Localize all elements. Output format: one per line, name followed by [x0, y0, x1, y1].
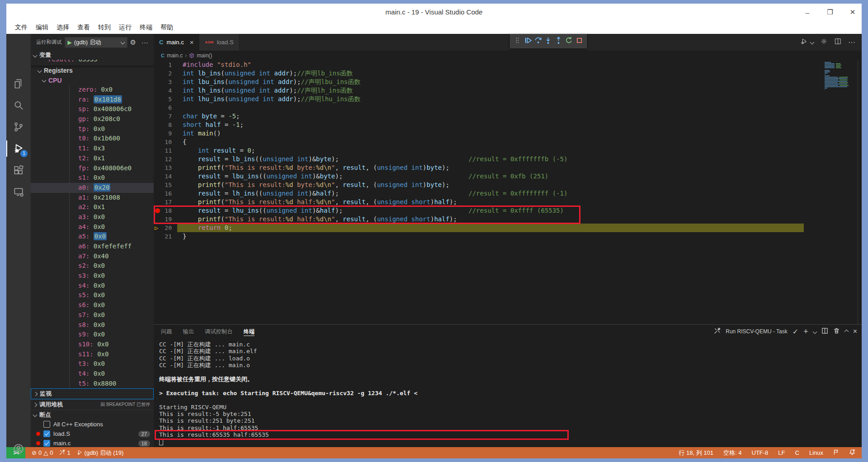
register-row-s9[interactable]: s9: 0x0	[31, 330, 154, 340]
code-line-3[interactable]: 3int lbu_ins(unsigned int addr);//声明lbu_…	[154, 78, 862, 86]
register-row-t1[interactable]: t1: 0x3	[31, 144, 154, 154]
stop-icon[interactable]	[575, 36, 584, 47]
breadcrumb[interactable]: C main.c › main()	[154, 51, 862, 61]
close-panel-icon[interactable]: ×	[853, 327, 857, 336]
breadcrumb-symbol[interactable]: main()	[197, 52, 212, 59]
menu-item-编辑[interactable]: 编辑	[32, 21, 52, 34]
register-row-s5[interactable]: s5: 0x0	[31, 290, 154, 300]
register-row-s2[interactable]: s2: 0x0	[31, 261, 154, 271]
breakpoint-item-main.c[interactable]: main.c18	[31, 439, 154, 447]
panel-tab-终端[interactable]: 终端	[244, 325, 255, 338]
close-icon[interactable]: ✕	[848, 8, 857, 16]
code-line-21[interactable]: 21}	[154, 232, 862, 241]
drag-handle-icon[interactable]	[513, 36, 522, 47]
start-debug-icon[interactable]: ▶	[68, 39, 72, 46]
code-line-4[interactable]: 4int lh_ins(unsigned int addr);//声明lh_in…	[154, 86, 862, 95]
maximize-panel-icon[interactable]	[844, 329, 849, 334]
chevron-down-icon[interactable]	[812, 329, 817, 334]
split-editor-icon[interactable]	[834, 37, 842, 47]
settings-icon[interactable]	[820, 37, 828, 47]
step-into-icon[interactable]	[544, 36, 552, 47]
terminal-instance-label[interactable]: Run RISCV-QEMU - Task	[726, 328, 787, 335]
restart-icon[interactable]	[565, 36, 573, 47]
step-over-icon[interactable]	[534, 36, 542, 47]
callstack-section-header[interactable]: 调用堆栈 因 BREAKPOINT 已暂停	[31, 399, 154, 410]
register-row-a2[interactable]: a2: 0x1	[31, 202, 154, 212]
search-icon[interactable]	[6, 94, 31, 116]
register-row-a6[interactable]: a6: 0xfefefeff	[31, 242, 154, 252]
register-row-a5[interactable]: a5: 0x0	[31, 232, 154, 242]
code-line-14[interactable]: 14 result = lbu_ins((unsigned int)&byte)…	[154, 172, 862, 181]
watch-section-header[interactable]: 监视	[31, 388, 154, 399]
tab-main.c[interactable]: Cmain.c×	[154, 34, 199, 51]
register-row-ra[interactable]: ra: 0x101d8	[31, 95, 154, 105]
cpu-group[interactable]: CPU	[31, 75, 154, 85]
register-row-a3[interactable]: a3: 0x0	[31, 212, 154, 222]
register-row-a1[interactable]: a1: 0x21008	[31, 193, 154, 203]
remote-explorer-icon[interactable]	[6, 181, 31, 203]
feedback-icon[interactable]	[833, 449, 839, 457]
minimap[interactable]	[825, 62, 857, 90]
register-row-a4[interactable]: a4: 0x0	[31, 222, 154, 232]
new-terminal-icon[interactable]: +	[803, 327, 808, 336]
kill-terminal-icon[interactable]	[833, 327, 840, 336]
menu-item-帮助[interactable]: 帮助	[156, 21, 177, 34]
code-line-1[interactable]: 1#include "stdio.h"	[154, 61, 862, 69]
register-row-t0[interactable]: t0: 0x1b600	[31, 134, 154, 144]
menu-item-文件[interactable]: 文件	[11, 21, 32, 34]
more-actions-icon[interactable]: ···	[848, 38, 855, 47]
menu-item-选择[interactable]: 选择	[52, 21, 73, 34]
register-row-t2[interactable]: t2: 0x1	[31, 154, 154, 163]
register-row-sp[interactable]: sp: 0x408006c0	[31, 104, 154, 114]
breakpoint-item-load.S[interactable]: load.S27	[31, 429, 154, 439]
register-row-tp[interactable]: tp: 0x0	[31, 124, 154, 134]
status-item-空格: 4[interactable]: 空格: 4	[723, 449, 741, 457]
menu-item-转到[interactable]: 转到	[94, 21, 115, 34]
code-line-8[interactable]: 8short half = -1;	[154, 121, 862, 129]
code-line-12[interactable]: 12 result = lb_ins((unsigned int)&byte);…	[154, 155, 862, 163]
register-row-s8[interactable]: s8: 0x0	[31, 320, 154, 330]
code-line-16[interactable]: 16 result = lh_ins((unsigned int)&half);…	[154, 189, 862, 198]
menu-item-终端[interactable]: 终端	[136, 21, 156, 34]
code-line-13[interactable]: 13 printf("This is result:%d byte:%d\n",…	[154, 163, 862, 172]
chevron-down-icon[interactable]	[810, 40, 815, 45]
code-line-20[interactable]: ▷20 return 0;	[154, 224, 862, 232]
explorer-icon[interactable]	[6, 73, 31, 94]
code-line-15[interactable]: 15 printf("This is result:%d byte:%d\n",…	[154, 181, 862, 189]
debug-session-status[interactable]: (gdb) 启动 (19)	[77, 449, 124, 457]
launch-config-dropdown[interactable]: ▶ (gdb) 启动	[65, 37, 127, 48]
variable-row-clipped[interactable]: result: 65535	[31, 60, 154, 65]
code-line-5[interactable]: 5int lhu_ins(unsigned int addr);//声明lhu_…	[154, 95, 862, 103]
split-terminal-icon[interactable]	[821, 327, 828, 336]
variables-section-header[interactable]: 变量	[31, 51, 154, 60]
register-row-s11[interactable]: s11: 0x0	[31, 350, 154, 359]
code-line-9[interactable]: 9int main()	[154, 129, 862, 138]
breakpoint-item-All C++ Exceptions[interactable]: All C++ Exceptions	[31, 420, 154, 429]
code-editor[interactable]: 1#include "stdio.h"2int lb_ins(unsigned …	[154, 61, 862, 324]
register-row-a7[interactable]: a7: 0x40	[31, 252, 154, 261]
code-line-10[interactable]: 10{	[154, 138, 862, 146]
register-row-zero[interactable]: zero: 0x0	[31, 85, 154, 95]
register-row-fp[interactable]: fp: 0x408006e0	[31, 163, 154, 173]
register-row-t3[interactable]: t3: 0x0	[31, 359, 154, 369]
breakpoints-section-header[interactable]: 断点	[31, 410, 154, 420]
more-actions-icon[interactable]: ···	[139, 38, 151, 46]
minimize-icon[interactable]: –	[803, 9, 812, 16]
run-debug-file-icon[interactable]	[800, 37, 808, 47]
register-row-s6[interactable]: s6: 0x0	[31, 300, 154, 310]
continue-icon[interactable]	[524, 36, 532, 47]
status-item-LF[interactable]: LF	[778, 449, 785, 456]
running-tasks[interactable]: 1	[59, 449, 70, 457]
source-control-icon[interactable]	[6, 116, 31, 138]
terminal[interactable]: CC -[M] 正在构建 ... main.cCC -[M] 正在构建 ... …	[154, 338, 862, 447]
status-item-Linux[interactable]: Linux	[809, 449, 823, 456]
status-item-UTF-8[interactable]: UTF-8	[752, 449, 769, 456]
register-row-s10[interactable]: s10: 0x0	[31, 340, 154, 350]
gear-icon[interactable]: ⚙	[127, 38, 139, 47]
breakpoint-checkbox[interactable]	[43, 430, 50, 437]
register-row-s3[interactable]: s3: 0x0	[31, 271, 154, 281]
register-row-s7[interactable]: s7: 0x0	[31, 310, 154, 320]
run-debug-icon[interactable]: 1	[6, 138, 31, 159]
register-row-s4[interactable]: s4: 0x0	[31, 281, 154, 291]
menu-item-运行[interactable]: 运行	[115, 21, 136, 34]
